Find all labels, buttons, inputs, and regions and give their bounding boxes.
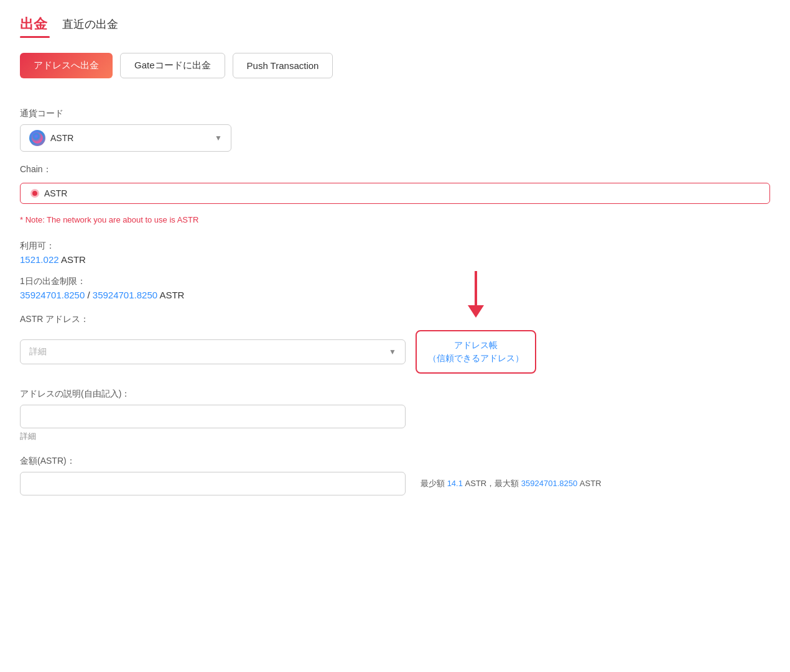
amount-hint-suffix: ASTR bbox=[580, 479, 602, 488]
network-note: * Note: The network you are about to use… bbox=[20, 215, 770, 224]
withdrawal-form: 通貨コード ASTR bbox=[20, 96, 770, 495]
available-label: 利用可： bbox=[20, 241, 770, 252]
address-placeholder: 詳細 bbox=[29, 346, 47, 357]
daily-currency-label: ASTR bbox=[159, 290, 184, 300]
address-book-wrapper: アドレス帳 （信頼できるアドレス） bbox=[416, 330, 536, 374]
tab-address[interactable]: アドレスへ出金 bbox=[20, 53, 113, 78]
chain-dot bbox=[30, 189, 39, 198]
address-section: ASTR アドレス： 詳細 ▼ アドレス帳 （信頼できるアドレス） bbox=[20, 314, 770, 374]
address-book-line2: （信頼できるアドレス） bbox=[428, 352, 524, 365]
amount-input[interactable] bbox=[20, 472, 406, 495]
amount-hint-middle: ASTR，最大額 bbox=[465, 479, 519, 488]
description-hint: 詳細 bbox=[20, 431, 770, 442]
address-row: 詳細 ▼ アドレス帳 （信頼できるアドレス） bbox=[20, 330, 770, 374]
amount-row: 最少額 14.1 ASTR，最大額 35924701.8250 ASTR bbox=[20, 472, 770, 495]
chain-button[interactable]: ASTR bbox=[20, 183, 770, 204]
available-section: 利用可： 1521.022 ASTR bbox=[20, 241, 770, 265]
description-section: アドレスの説明(自由記入)： 詳細 bbox=[20, 389, 770, 442]
amount-max: 35924701.8250 bbox=[521, 479, 577, 488]
currency-label: 通貨コード bbox=[20, 108, 770, 119]
tab-row: アドレスへ出金 Gateコードに出金 Push Transaction bbox=[20, 53, 770, 78]
tab-gate[interactable]: Gateコードに出金 bbox=[120, 53, 225, 78]
currency-select-inner: ASTR bbox=[29, 130, 73, 146]
available-currency: ASTR bbox=[61, 254, 86, 265]
address-label: ASTR アドレス： bbox=[20, 314, 770, 325]
amount-hint-prefix: 最少額 bbox=[421, 479, 445, 488]
amount-section: 金額(ASTR)： 最少額 14.1 ASTR，最大額 35924701.825… bbox=[20, 456, 770, 495]
available-amount: 1521.022 ASTR bbox=[20, 254, 770, 265]
chain-value: ASTR bbox=[44, 188, 67, 198]
available-amount-value: 1521.022 bbox=[20, 254, 59, 265]
address-book-button[interactable]: アドレス帳 （信頼できるアドレス） bbox=[416, 330, 536, 374]
daily-used: 35924701.8250 bbox=[20, 290, 85, 300]
currency-dropdown[interactable]: ASTR ▼ bbox=[20, 124, 231, 152]
description-label: アドレスの説明(自由記入)： bbox=[20, 389, 770, 400]
svg-point-0 bbox=[32, 132, 43, 144]
tab-push[interactable]: Push Transaction bbox=[233, 53, 333, 78]
currency-icon bbox=[29, 130, 45, 146]
address-dropdown[interactable]: 詳細 ▼ bbox=[20, 339, 406, 364]
daily-separator: / bbox=[87, 290, 92, 300]
currency-value: ASTR bbox=[50, 133, 73, 143]
amount-hint: 最少額 14.1 ASTR，最大額 35924701.8250 ASTR bbox=[421, 478, 602, 489]
daily-limit-section: 1日の出金制限： 35924701.8250 / 35924701.8250 A… bbox=[20, 276, 770, 300]
daily-limit-amount: 35924701.8250 / 35924701.8250 ASTR bbox=[20, 290, 770, 300]
currency-dropdown-arrow: ▼ bbox=[215, 134, 222, 142]
chain-label: Chain： bbox=[20, 164, 770, 175]
amount-label: 金額(ASTR)： bbox=[20, 456, 770, 467]
daily-total: 35924701.8250 bbox=[93, 290, 157, 300]
header-underline bbox=[20, 36, 50, 38]
daily-limit-label: 1日の出金制限： bbox=[20, 276, 770, 287]
address-dropdown-arrow: ▼ bbox=[389, 348, 396, 356]
page-title-recent: 直近の出金 bbox=[62, 17, 118, 32]
page-title-withdraw: 出金 bbox=[20, 15, 47, 34]
address-book-line1: アドレス帳 bbox=[428, 339, 524, 352]
description-input[interactable] bbox=[20, 405, 406, 428]
amount-min: 14.1 bbox=[447, 479, 463, 488]
page-header: 出金 直近の出金 bbox=[20, 15, 770, 34]
